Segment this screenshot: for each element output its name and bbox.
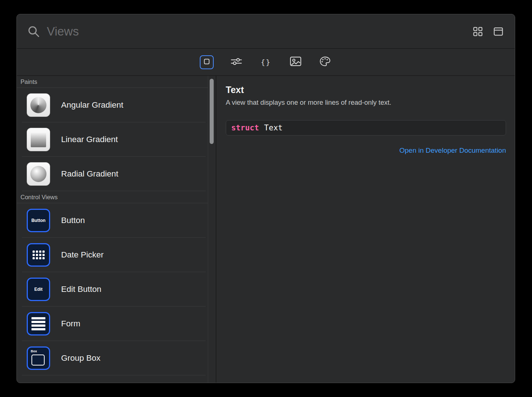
library-window: {} <box>16 14 515 383</box>
list-item-label: Edit Button <box>61 285 101 294</box>
doc-link-row: Open in Developer Documentation <box>226 146 506 155</box>
media-tab-icon <box>290 56 301 68</box>
open-documentation-link[interactable]: Open in Developer Documentation <box>399 146 506 154</box>
library-content: Paints Angular Gradient Linear Gradient … <box>17 76 515 383</box>
tab-modifiers[interactable] <box>229 55 243 69</box>
section-header-control-views: Control Views <box>17 191 208 203</box>
scrollbar-thumb[interactable] <box>210 79 214 144</box>
list-item-date-picker[interactable]: Date Picker <box>17 238 208 272</box>
tab-colors[interactable] <box>318 55 332 69</box>
search-bar <box>17 14 515 49</box>
button-icon-label: Button <box>31 218 46 223</box>
list-item-label: Group Box <box>61 353 101 363</box>
search-icon <box>27 25 40 38</box>
library-tabs: {} <box>17 49 515 76</box>
header-view-toggles <box>472 26 504 37</box>
modifiers-tab-icon <box>231 56 242 68</box>
detail-description: A view that displays one or more lines o… <box>226 99 506 107</box>
angular-gradient-icon <box>27 93 50 117</box>
button-icon: Button <box>27 209 50 232</box>
list-item-radial-gradient[interactable]: Radial Gradient <box>17 157 208 191</box>
section-title: Paints <box>20 78 37 85</box>
list-item-label: Button <box>61 216 85 225</box>
list-item-label: Date Picker <box>61 250 104 260</box>
group-box-icon: Box <box>27 346 50 370</box>
list-item-label: Form <box>61 319 80 329</box>
colors-tab-icon <box>319 56 331 68</box>
tab-views[interactable] <box>200 55 214 69</box>
code-declaration: structText <box>226 120 506 136</box>
views-list: Paints Angular Gradient Linear Gradient … <box>17 76 208 383</box>
list-item-label: Angular Gradient <box>61 100 123 110</box>
panel-view-icon[interactable] <box>493 26 504 37</box>
views-list-panel: Paints Angular Gradient Linear Gradient … <box>17 76 216 383</box>
section-header-paints: Paints <box>17 76 208 88</box>
grid-view-icon[interactable] <box>472 26 483 37</box>
detail-title: Text <box>226 85 506 95</box>
edit-icon-label: Edit <box>34 287 43 292</box>
list-item-linear-gradient[interactable]: Linear Gradient <box>17 122 208 157</box>
list-item-label: Linear Gradient <box>61 135 118 144</box>
list-item-angular-gradient[interactable]: Angular Gradient <box>17 88 208 122</box>
snippets-tab-icon: {} <box>261 58 271 67</box>
edit-button-icon: Edit <box>27 278 50 301</box>
list-item-group-box[interactable]: Box Group Box <box>17 341 208 375</box>
linear-gradient-icon <box>27 128 50 151</box>
views-tab-icon <box>202 57 211 67</box>
list-item-button[interactable]: Button Button <box>17 203 208 238</box>
radial-gradient-icon <box>27 162 50 186</box>
form-icon <box>27 312 50 335</box>
date-picker-icon <box>27 243 50 267</box>
code-keyword: struct <box>231 123 259 132</box>
detail-panel: Text A view that displays one or more li… <box>216 76 515 383</box>
list-scrollbar[interactable] <box>208 76 216 383</box>
search-input[interactable] <box>46 24 472 39</box>
tab-snippets[interactable]: {} <box>259 55 273 69</box>
group-box-icon-label: Box <box>31 349 37 353</box>
section-title: Control Views <box>20 194 58 201</box>
list-item-edit-button[interactable]: Edit Edit Button <box>17 272 208 307</box>
tab-media[interactable] <box>289 55 303 69</box>
code-type-name: Text <box>264 123 283 132</box>
list-item-form[interactable]: Form <box>17 307 208 341</box>
list-item-label: Radial Gradient <box>61 169 118 179</box>
